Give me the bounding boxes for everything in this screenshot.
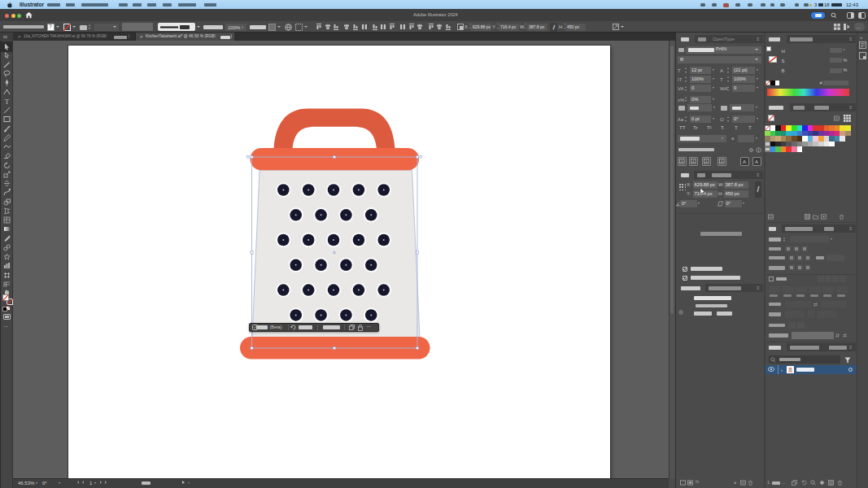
svg-text:T: T (5, 98, 10, 105)
